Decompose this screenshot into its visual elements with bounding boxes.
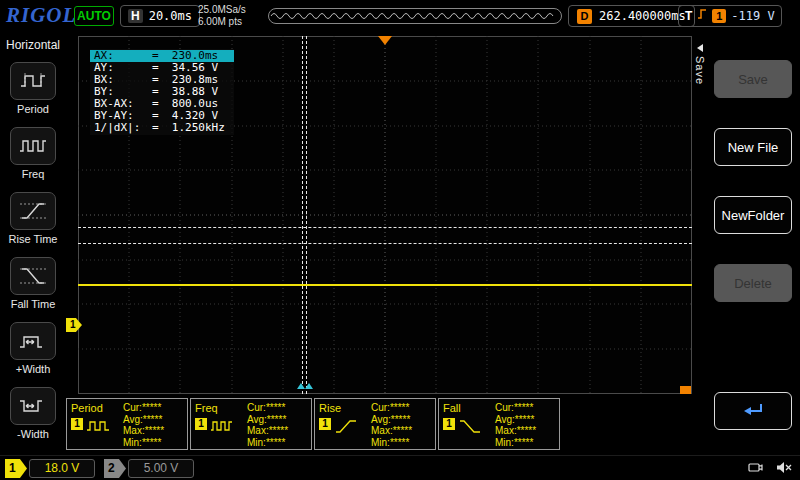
cursor-measurement-panel: AX: = 230.0ms AY: = 34.56 V BX: = 230.8m…	[90, 49, 234, 135]
measurement-max: Max:*****	[123, 425, 183, 437]
channel-status-bar: 1 18.0 V 2 5.00 V	[0, 455, 800, 480]
menu-tab-save[interactable]: Save	[693, 44, 707, 85]
horizontal-scale-label: H	[128, 9, 143, 23]
cursor-row-inv-dx: 1/|dX|: = 1.250kHz	[90, 122, 234, 134]
sidebar-title: Horizontal	[0, 38, 66, 52]
ch1-scale: 18.0 V	[29, 459, 95, 478]
speaker-muted-icon	[776, 460, 792, 478]
measurement-source-badge: 1	[319, 418, 331, 430]
horizontal-scale-group: H 20.0ms	[120, 5, 200, 27]
horizontal-measure-sidebar: Horizontal Period Freq Rise Time Fall Ti…	[0, 32, 66, 455]
sidebar-item-minus-width[interactable]: -Width	[0, 387, 66, 440]
new-file-button[interactable]: New File	[714, 128, 792, 166]
measurement-avg: Avg:*****	[371, 414, 431, 426]
cursor-row-value: = 1.250kHz	[152, 122, 225, 134]
rigol-logo: RIGOL	[6, 3, 76, 28]
measurement-cur: Cur:*****	[371, 402, 431, 414]
measurement-cur: Cur:*****	[247, 402, 307, 414]
ch1-badge: 1	[5, 459, 27, 478]
sidebar-item-label: Freq	[0, 168, 66, 180]
measurement-max: Max:*****	[495, 425, 555, 437]
usb-icon	[748, 460, 766, 478]
oscilloscope-screen: RIGOL AUTO H 20.0ms 25.0MSa/s 6.00M pts …	[0, 0, 800, 480]
cursor-by-line[interactable]	[78, 243, 692, 244]
sidebar-item-freq[interactable]: Freq	[0, 127, 66, 180]
cursor-bx-line[interactable]	[306, 36, 307, 394]
measurement-cur: Cur:*****	[123, 402, 183, 414]
delay-group: D 262.400000ms	[568, 5, 695, 27]
sidebar-item-label: Rise Time	[0, 233, 66, 245]
measurement-avg: Avg:*****	[247, 414, 307, 426]
trigger-status-badge: AUTO	[74, 6, 114, 26]
save-menu-panel: Save Save New File NewFolder Delete	[692, 32, 800, 455]
measurement-min: Min:*****	[123, 437, 183, 449]
sidebar-item-label: Period	[0, 103, 66, 115]
measurement-source-badge: 1	[71, 418, 83, 430]
measurement-period[interactable]: Period 1 Cur:***** Avg:***** Max:***** M…	[66, 398, 188, 450]
ch1-status[interactable]: 1 18.0 V	[5, 459, 95, 478]
measurement-max: Max:*****	[371, 425, 431, 437]
fall-meas-icon	[458, 418, 484, 438]
sidebar-item-fall-time[interactable]: Fall Time	[0, 257, 66, 310]
measurement-max: Max:*****	[247, 425, 307, 437]
memory-waveform-icon	[269, 9, 561, 23]
delay-badge: D	[577, 9, 592, 24]
new-folder-button[interactable]: NewFolder	[714, 196, 792, 234]
measurement-name: Freq	[195, 402, 247, 414]
cursor-ay-line[interactable]	[78, 227, 692, 228]
measurement-name: Rise	[319, 402, 371, 414]
ch2-scale: 5.00 V	[128, 459, 194, 478]
horizontal-scale-value: 20.0ms	[149, 9, 192, 23]
trigger-position-marker[interactable]	[378, 36, 392, 45]
trigger-level-marker[interactable]	[680, 386, 691, 394]
sidebar-item-rise-time[interactable]: Rise Time	[0, 192, 66, 245]
measurement-cur: Cur:*****	[495, 402, 555, 414]
memory-depth: 6.00M pts	[198, 16, 246, 28]
cursor-ax-line[interactable]	[302, 36, 303, 394]
trigger-label: T	[685, 9, 692, 23]
measurement-min: Min:*****	[247, 437, 307, 449]
measurement-rise[interactable]: Rise 1 Cur:***** Avg:***** Max:***** Min…	[314, 398, 436, 450]
measurement-fall[interactable]: Fall 1 Cur:***** Avg:***** Max:***** Min…	[438, 398, 560, 450]
ch2-badge: 2	[104, 459, 126, 478]
acquisition-info: 25.0MSa/s 6.00M pts	[198, 4, 246, 28]
freq-icon	[10, 127, 56, 165]
cursor-b-handle[interactable]	[305, 383, 313, 389]
sidebar-item-period[interactable]: Period	[0, 62, 66, 115]
measurement-source-badge: 1	[195, 418, 207, 430]
sample-rate: 25.0MSa/s	[198, 4, 246, 16]
return-button[interactable]	[714, 392, 792, 430]
trigger-level-value: -119 V	[731, 9, 774, 23]
trigger-info-group: T 1 -119 V	[678, 5, 782, 27]
ch2-status[interactable]: 2 5.00 V	[104, 459, 194, 478]
measurement-min: Min:*****	[371, 437, 431, 449]
rise-meas-icon	[334, 418, 360, 438]
measurement-avg: Avg:*****	[495, 414, 555, 426]
plus-width-icon	[10, 322, 56, 360]
measurement-avg: Avg:*****	[123, 414, 183, 426]
period-icon	[10, 62, 56, 100]
sidebar-item-plus-width[interactable]: +Width	[0, 322, 66, 375]
memory-waveform-strip[interactable]	[268, 8, 562, 24]
measurement-name: Fall	[443, 402, 495, 414]
measurement-min: Min:*****	[495, 437, 555, 449]
return-icon	[739, 401, 767, 422]
waveform-display-area: 1 AX: = 230.0ms AY: = 34.56 V BX: = 230.…	[78, 36, 692, 394]
menu-collapse-icon	[697, 44, 703, 52]
save-button[interactable]: Save	[714, 60, 792, 98]
cursor-a-handle[interactable]	[297, 383, 305, 389]
trigger-source-badge: 1	[712, 9, 726, 23]
trigger-edge-icon	[697, 7, 707, 25]
sidebar-item-label: +Width	[0, 363, 66, 375]
measurement-source-badge: 1	[443, 418, 455, 430]
measurement-strip: Period 1 Cur:***** Avg:***** Max:***** M…	[66, 398, 692, 452]
status-icons	[748, 460, 792, 478]
delay-value: 262.400000ms	[599, 9, 686, 23]
freq-meas-icon	[210, 418, 236, 438]
minus-width-icon	[10, 387, 56, 425]
menu-tab-label: Save	[694, 56, 706, 85]
fall-time-icon	[10, 257, 56, 295]
measurement-freq[interactable]: Freq 1 Cur:***** Avg:***** Max:***** Min…	[190, 398, 312, 450]
delete-button[interactable]: Delete	[714, 264, 792, 302]
sidebar-item-label: Fall Time	[0, 298, 66, 310]
